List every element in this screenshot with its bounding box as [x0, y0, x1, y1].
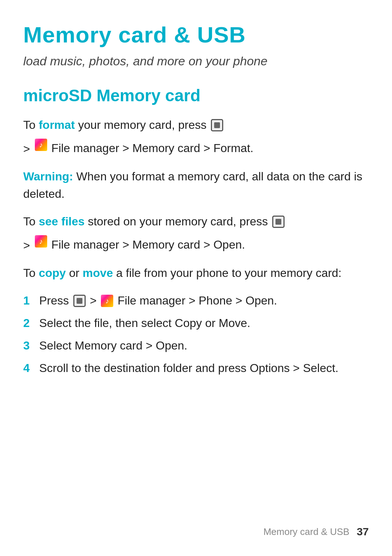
step-1: 1 Press > File manager > Phone > Open.: [23, 292, 369, 309]
file-manager-icon-1: [35, 139, 47, 151]
format-keyword: format: [39, 118, 75, 131]
copy-keyword: copy: [39, 266, 66, 279]
copy-move-text: To copy or move a file from your phone t…: [23, 264, 369, 282]
step-4: 4 Scroll to the destination folder and p…: [23, 359, 369, 377]
step-num-2: 2: [23, 314, 39, 332]
footer-page-number: 37: [357, 526, 369, 538]
see-files-post: stored on your memory card, press: [85, 215, 268, 228]
format-post: your memory card, press: [75, 118, 207, 131]
format-path: File manager > Memory card > Format.: [48, 139, 254, 157]
step-num-4: 4: [23, 359, 39, 377]
step-2-content: Select the file, then select Copy or Mov…: [39, 314, 369, 332]
page-footer: Memory card & USB 37: [264, 526, 369, 538]
step-1-content: Press > File manager > Phone > Open.: [39, 292, 369, 309]
page-subtitle: load music, photos, and more on your pho…: [23, 54, 369, 68]
arrow-icon-2: >: [23, 237, 30, 254]
see-files-line2: > File manager > Memory card > Open.: [23, 236, 369, 254]
format-line2: > File manager > Memory card > Format.: [23, 139, 369, 158]
warning-text: Warning: When you format a memory card, …: [23, 168, 369, 203]
step-2: 2 Select the file, then select Copy or M…: [23, 314, 369, 332]
step-3: 3 Select Memory card > Open.: [23, 337, 369, 354]
steps-list: 1 Press > File manager > Phone > Open. 2…: [23, 292, 369, 377]
file-manager-icon-2: [35, 235, 47, 248]
see-files-line1: To see files stored on your memory card,…: [23, 213, 369, 230]
format-pre: To: [23, 118, 39, 131]
copy-pre: To: [23, 266, 39, 279]
section-title-microsd: microSD Memory card: [23, 86, 369, 105]
warning-label: Warning:: [23, 170, 73, 183]
arrow-icon-1: >: [23, 140, 30, 158]
warning-block: Warning: When you format a memory card, …: [23, 168, 369, 203]
see-files-pre: To: [23, 215, 39, 228]
step-3-content: Select Memory card > Open.: [39, 337, 369, 354]
copy-mid: or: [66, 266, 82, 279]
format-line1: To format your memory card, press: [23, 116, 369, 134]
step-num-3: 3: [23, 337, 39, 354]
see-files-block: To see files stored on your memory card,…: [23, 213, 369, 254]
footer-label: Memory card & USB: [264, 526, 350, 537]
move-keyword: move: [83, 266, 113, 279]
step-4-content: Scroll to the destination folder and pre…: [39, 359, 369, 377]
see-files-path: File manager > Memory card > Open.: [48, 236, 245, 253]
file-icon-step1: [101, 295, 113, 307]
warning-body: When you format a memory card, all data …: [23, 170, 362, 200]
menu-icon-1: [211, 119, 223, 131]
menu-icon-2: [272, 216, 285, 228]
copy-move-block: To copy or move a file from your phone t…: [23, 264, 369, 282]
see-files-keyword: see files: [39, 215, 85, 228]
copy-post: a file from your phone to your memory ca…: [113, 266, 342, 279]
menu-icon-step1: [73, 295, 86, 307]
format-block: To format your memory card, press > File…: [23, 116, 369, 158]
step-num-1: 1: [23, 292, 39, 309]
page-title: Memory card & USB: [23, 22, 369, 48]
